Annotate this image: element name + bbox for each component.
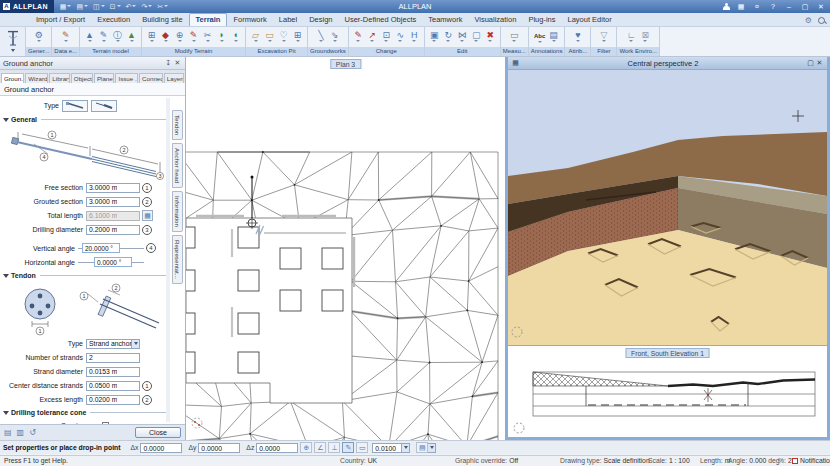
coord-perpendicular-icon[interactable]: ⊥ [328,442,340,453]
side-tab-representation[interactable]: Representat... [172,235,183,284]
close-button[interactable]: ✕ [816,3,826,11]
help-icon[interactable]: ? [768,3,778,10]
excavation-grid-icon[interactable]: ⊞ [291,30,304,44]
palette-tab-planes[interactable]: Planes [94,73,115,83]
drilling-diameter-input[interactable]: 0.2000 m [86,225,140,235]
tab-plug-ins[interactable]: Plug-ins [522,14,561,26]
palette-close-icon[interactable]: ✕ [173,59,182,67]
side-tab-anchor-head[interactable]: Anchor head [172,143,183,188]
reset-icon[interactable]: ↺ [29,428,36,437]
terrain-surface-icon[interactable]: ▲ [125,30,138,44]
section-general[interactable]: General [2,114,167,125]
redo-icon[interactable]: ↷ [141,0,152,13]
edit-copy-icon[interactable]: ▣ [428,30,441,44]
status-percent[interactable]: %:2 [778,456,792,466]
free-section-input[interactable]: 3.0000 m [86,183,140,193]
dx-input[interactable]: 0.0000 [140,443,182,453]
viewport-close-icon[interactable]: ✕ [815,59,824,67]
create-cone-checkbox[interactable] [102,422,109,424]
edit-rotate-icon[interactable]: ↻ [442,30,455,44]
save-icon[interactable]: ◫ [93,0,105,13]
change-move-icon[interactable]: ↗ [366,30,379,44]
cut-mesh-icon[interactable]: ✂ [201,30,214,44]
coord-angle-icon[interactable]: ∠ [314,442,326,453]
groundworks-profile-icon[interactable]: ⇘ [328,30,341,44]
status-angle[interactable]: Angle:0.000 deg [728,456,782,466]
palette-tab-library[interactable]: Library [49,73,70,83]
work-env-grid-icon[interactable]: ⊠ [639,30,652,44]
section-drilling-tolerance-cone[interactable]: Drilling tolerance cone [2,407,167,418]
tab-building-site[interactable]: Building site [136,14,188,26]
elevation-canvas[interactable] [508,346,827,438]
status-graphic-override[interactable]: Graphic override:Off [455,456,518,466]
insert-point-icon[interactable]: ⊕ [173,30,186,44]
window-menu-icon[interactable]: ▦ [511,59,520,67]
grouted-section-input[interactable]: 3.0000 m [86,197,140,207]
tab-layout-editor[interactable]: Layout Editor [562,14,618,26]
section-tendon[interactable]: Tendon [2,270,167,281]
chevron-down-icon[interactable] [402,443,410,453]
elevation-viewport-tab[interactable]: Front, South Elevation 1 [625,348,710,358]
horizontal-angle-slider[interactable]: 0.0000 ° [78,256,144,268]
open-icon[interactable]: ▤ [76,0,88,13]
status-drawing-type[interactable]: Drawing type:Scale definition [560,456,650,466]
work-env-icon[interactable]: ∟ [625,30,638,44]
snap-tolerance-input[interactable]: 0.0100 [372,443,402,453]
smooth-icon[interactable]: ◖ [229,30,242,44]
measure-icon[interactable]: ▭ [508,30,521,44]
user-icon[interactable] [723,3,730,11]
change-copy-icon[interactable]: ⊡ [380,30,393,44]
vertical-angle-slider[interactable]: 20.0000 ° [78,242,144,254]
ground-anchor-tool-button[interactable] [0,27,26,56]
strand-diameter-input[interactable]: 0.0153 m [86,367,140,377]
terrain-info-icon[interactable]: ⓘ [111,30,124,44]
groundworks-slope-icon[interactable]: ╲ [314,30,327,44]
pin-icon[interactable]: ↧ [164,59,173,67]
total-length-options-button[interactable]: ▦ [142,210,153,221]
attributes-icon[interactable]: ♥ [571,30,584,44]
plan-viewport-tab[interactable]: Plan 3 [330,59,361,69]
change-edit-icon[interactable]: ✎ [352,30,365,44]
perspective-viewport[interactable]: ▦ Central perspective 2 ▢ ✕ [508,57,827,345]
tendon-type-select[interactable]: Strand anchor [86,339,140,349]
flatten-icon[interactable]: ◗ [215,30,228,44]
text-icon[interactable]: Abc [533,30,546,45]
tab-import-export[interactable]: Import / Export [30,14,91,26]
tab-visualization[interactable]: Visualization [468,14,522,26]
label-icon[interactable]: ▤ [547,30,560,44]
viewport-maximize-icon[interactable]: ▢ [806,59,815,67]
search-icon[interactable] [818,17,826,25]
tab-design[interactable]: Design [303,14,338,26]
plan-viewport[interactable]: Plan 3 [186,57,505,440]
coord-absolute-icon[interactable]: ⊕ [300,442,312,453]
status-country[interactable]: Country:UK [340,456,377,466]
number-of-strands-input[interactable]: 2 [86,353,140,363]
ribbon-settings-gear-icon[interactable]: ⚙ [805,16,812,25]
filter-icon[interactable]: ▽ [597,30,610,44]
tab-teamwork[interactable]: Teamwork [422,14,468,26]
modify-mesh-icon[interactable]: ⊞ [145,30,158,44]
tab-execution[interactable]: Execution [91,14,136,26]
print-icon[interactable]: ⊡ [110,0,121,13]
excavation-outline-icon[interactable]: ♡ [277,30,290,44]
status-notifications[interactable]: Notifications [792,456,830,466]
palette-tab-wizards[interactable]: Wizards [25,73,48,83]
terrain-point-icon[interactable]: ▲ [83,30,96,44]
edit-delete-icon[interactable]: ✖ [484,30,497,44]
modify-points-icon[interactable]: ◆ [159,30,172,44]
plan-canvas[interactable] [186,57,505,440]
tab-formwork[interactable]: Formwork [227,14,272,26]
palette-tab-connect[interactable]: Connect [139,73,163,83]
edit-mirror-icon[interactable]: ⋈ [456,30,469,44]
shop-cart-icon[interactable]: ¤ [752,3,762,10]
perspective-canvas[interactable] [508,70,827,345]
side-tab-tendon[interactable]: Tendon [172,110,183,140]
excavation-create-icon[interactable]: ▱ [249,30,262,44]
excess-length-input[interactable]: 0.0200 m [86,395,140,405]
list-icon[interactable]: ▤ [416,442,428,453]
tab-user-defined-objects[interactable]: User-Defined Objects [339,14,423,26]
palette-tab-issue[interactable]: Issue ... [115,73,138,83]
new-icon[interactable]: ▦ [60,0,72,13]
chevron-down-icon[interactable] [428,443,436,453]
favorite-save-icon[interactable]: ▤ [4,428,12,437]
